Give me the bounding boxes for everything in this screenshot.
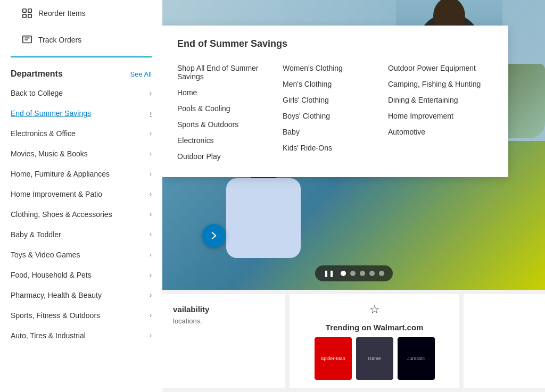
dropdown-col2-link-2[interactable]: Girls' Clothing	[283, 92, 388, 108]
chevron-icon-4: ›	[150, 170, 152, 178]
dropdown-col-2: Women's ClothingMen's ClothingGirls' Clo…	[283, 60, 388, 164]
sidebar-item-10[interactable]: Pharmacy, Health & Beauty›	[0, 285, 162, 305]
next-arrow-button[interactable]	[202, 224, 226, 247]
chevron-icon-8: ›	[150, 251, 152, 258]
third-card	[464, 294, 545, 388]
trending-images: Spider-Man Game Jurassic	[315, 337, 435, 380]
chevron-icon-11: ›	[150, 312, 152, 319]
sidebar-item-label-8: Toys & Video Games	[11, 251, 80, 259]
dropdown-col-3: Outdoor Power EquipmentCamping, Fishing …	[388, 60, 493, 164]
dropdown-title: End of Summer Savings	[177, 38, 493, 49]
dropdown-col3-link-3[interactable]: Home Improvement	[388, 108, 493, 124]
dropdown-menu: End of Summer Savings Shop All End of Su…	[162, 26, 508, 177]
chevron-icon-1: ›	[150, 110, 152, 117]
see-all-link[interactable]: See All	[130, 70, 152, 78]
sidebar-item-5[interactable]: Home Improvement & Patio›	[0, 184, 162, 204]
sidebar-divider	[11, 56, 152, 57]
track-orders-row[interactable]: Track Orders	[11, 27, 152, 53]
sidebar-item-label-7: Baby & Toddler	[11, 230, 61, 239]
sidebar-item-label-11: Sports, Fitness & Outdoors	[11, 311, 100, 320]
sidebar-scroll: Back to College›End of Summer Savings›El…	[0, 83, 162, 390]
sidebar-item-label-3: Movies, Music & Books	[11, 149, 88, 158]
sidebar-item-label-9: Food, Household & Pets	[11, 271, 92, 279]
dropdown-col3-link-1[interactable]: Camping, Fishing & Hunting	[388, 76, 493, 92]
track-icon	[21, 34, 33, 46]
main-content: End of Summer Savings Shop All End of Su…	[162, 0, 545, 392]
sidebar-item-6[interactable]: Clothing, Shoes & Accessories›	[0, 204, 162, 224]
sidebar-item-2[interactable]: Electronics & Office›	[0, 123, 162, 144]
dropdown-col3-link-4[interactable]: Automotive	[388, 124, 493, 140]
departments-title: Departments	[11, 69, 63, 79]
chevron-icon-3: ›	[150, 150, 152, 157]
chevron-icon-7: ›	[150, 231, 152, 238]
dropdown-col-1: Shop All End of Summer SavingsHomePools …	[177, 60, 283, 164]
dropdown-col1-link-1[interactable]: Home	[177, 85, 283, 101]
sidebar-item-12[interactable]: Auto, Tires & Industrial›	[0, 326, 162, 346]
chevron-icon-6: ›	[150, 211, 152, 218]
sidebar-item-label-6: Clothing, Shoes & Accessories	[11, 210, 112, 219]
store-availability-card: vailability locations.	[162, 294, 285, 388]
sidebar-item-3[interactable]: Movies, Music & Books›	[0, 144, 162, 164]
trending-img-1: Spider-Man	[315, 337, 352, 380]
dropdown-col1-link-3[interactable]: Sports & Outdoors	[177, 116, 283, 132]
reorder-label: Reorder Items	[38, 9, 86, 18]
chevron-icon-5: ›	[150, 190, 152, 198]
sidebar-item-label-10: Pharmacy, Health & Beauty	[11, 291, 102, 299]
sidebar-item-1[interactable]: End of Summer Savings›	[0, 103, 162, 123]
dropdown-col1-link-0[interactable]: Shop All End of Summer Savings	[177, 60, 283, 85]
dropdown-col2-link-4[interactable]: Baby	[283, 124, 388, 140]
svg-rect-3	[28, 14, 31, 18]
carousel-dot-5[interactable]	[379, 271, 384, 276]
dropdown-col3-link-0[interactable]: Outdoor Power Equipment	[388, 60, 493, 76]
sidebar-item-0[interactable]: Back to College›	[0, 83, 162, 103]
sidebar-item-4[interactable]: Home, Furniture & Appliances›	[0, 164, 162, 184]
svg-rect-0	[23, 9, 26, 12]
dropdown-col2-link-1[interactable]: Men's Clothing	[283, 76, 388, 92]
sidebar: Reorder Items Track Orders Departments S…	[0, 0, 162, 392]
dropdown-col1-link-2[interactable]: Pools & Cooling	[177, 101, 283, 116]
departments-header: Departments See All	[0, 61, 162, 83]
star-icon: ☆	[369, 303, 380, 316]
dropdown-col2-link-3[interactable]: Boys' Clothing	[283, 108, 388, 124]
carousel-dot-2[interactable]	[350, 271, 356, 276]
sidebar-item-label-2: Electronics & Office	[11, 129, 76, 138]
dropdown-col1-link-4[interactable]: Electronics	[177, 132, 283, 148]
sidebar-item-8[interactable]: Toys & Video Games›	[0, 245, 162, 265]
availability-sub: locations.	[173, 317, 275, 325]
svg-rect-1	[28, 9, 31, 12]
dropdown-col3-link-2[interactable]: Dining & Entertaining	[388, 92, 493, 108]
arrow-right-icon	[209, 230, 219, 241]
bottom-section: vailability locations. ☆ Trending on Wal…	[162, 290, 545, 392]
carousel-dot-1[interactable]	[341, 271, 346, 276]
sidebar-item-label-1: End of Summer Savings	[11, 109, 91, 118]
svg-rect-2	[23, 14, 26, 18]
sidebar-item-9[interactable]: Food, Household & Pets›	[0, 265, 162, 285]
trending-img-2: Game	[356, 337, 393, 380]
carousel-pause-button[interactable]: ❚❚	[324, 270, 334, 277]
dropdown-col1-link-5[interactable]: Outdoor Play	[177, 148, 283, 164]
carousel-dot-4[interactable]	[369, 271, 375, 276]
chevron-icon-12: ›	[150, 332, 152, 339]
dropdown-columns: Shop All End of Summer SavingsHomePools …	[177, 60, 493, 164]
chevron-icon-10: ›	[150, 291, 152, 299]
availability-title: vailability	[173, 305, 275, 314]
sidebar-item-label-12: Auto, Tires & Industrial	[11, 331, 86, 340]
sidebar-item-11[interactable]: Sports, Fitness & Outdoors›	[0, 305, 162, 326]
trending-card: ☆ Trending on Walmart.com Spider-Man Gam…	[290, 294, 459, 388]
chevron-icon-9: ›	[150, 271, 152, 279]
svg-rect-4	[23, 36, 32, 43]
dropdown-col2-link-0[interactable]: Women's Clothing	[283, 60, 388, 76]
sidebar-item-label-4: Home, Furniture & Appliances	[11, 170, 110, 178]
sidebar-item-7[interactable]: Baby & Toddler›	[0, 224, 162, 245]
sidebar-item-label-5: Home Improvement & Patio	[11, 190, 102, 198]
trending-title: Trending on Walmart.com	[326, 323, 424, 332]
chevron-icon-0: ›	[150, 89, 152, 97]
chevron-icon-2: ›	[150, 130, 152, 137]
carousel-controls: ❚❚	[315, 265, 393, 281]
trending-img-3: Jurassic	[398, 337, 435, 380]
dropdown-col2-link-5[interactable]: Kids' Ride-Ons	[283, 140, 388, 156]
carousel-dot-3[interactable]	[360, 271, 365, 276]
reorder-items-row[interactable]: Reorder Items	[11, 0, 152, 27]
reorder-icon	[21, 7, 33, 19]
track-label: Track Orders	[38, 36, 81, 44]
